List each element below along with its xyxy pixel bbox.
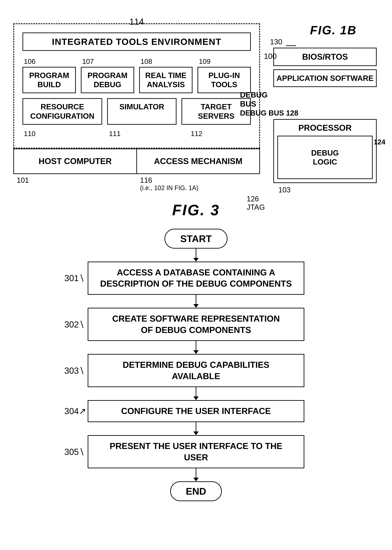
- ref-116: 116: [140, 176, 260, 184]
- ref-116-group: 116 (i.e., 102 IN FIG. 1A): [137, 176, 260, 191]
- fig3-diagram: FIG. 3 START 301∖ ACCESS A DATABASE CONT…: [13, 202, 379, 501]
- end-terminal: END: [170, 481, 222, 501]
- bottom-refs: 101 116 (i.e., 102 IN FIG. 1A): [13, 176, 260, 191]
- step302-box: CREATE SOFTWARE REPRESENTATION OF DEBUG …: [88, 308, 304, 341]
- fig1b-title: FIG. 1B: [310, 23, 357, 37]
- right-section: 130 ⎯⎯ BIOS/RTOS APPLICATION SOFTWARE DE…: [273, 37, 377, 212]
- step303-row: 303∖ DETERMINE DEBUG CAPABILITIES AVAILA…: [88, 354, 304, 387]
- arrow-4: [196, 387, 196, 397]
- ref-130: 130 ⎯⎯: [270, 37, 377, 46]
- resource-config-box: RESOURCE CONFIGURATION: [22, 98, 102, 125]
- ref-114: 114: [129, 17, 144, 27]
- ite-box: 114 INTEGRATED TOOLS ENVIRONMENT 106 107…: [13, 23, 260, 148]
- ref-108: 108: [139, 57, 193, 65]
- ref-301: 301∖: [64, 273, 84, 283]
- host-computer-box: HOST COMPUTER: [14, 149, 137, 173]
- ref-109: 109: [197, 57, 251, 65]
- step303-box: DETERMINE DEBUG CAPABILITIES AVAILABLE: [88, 354, 304, 387]
- ref-111: 111: [89, 130, 169, 138]
- real-time-box: REAL TIME ANALYSIS: [139, 67, 193, 93]
- debug-bus-label: DEBUGBUS DEBUG BUS 128: [240, 90, 377, 117]
- step304-box: CONFIGURE THE USER INTERFACE: [88, 400, 304, 422]
- debug-logic-box: DEBUG LOGIC 124: [277, 136, 373, 179]
- ref-110: 110: [22, 130, 84, 138]
- ref-124: 124: [374, 138, 385, 146]
- ref-107: 107: [81, 57, 134, 65]
- row2-refs: 110 111 112: [22, 130, 251, 138]
- step301-row: 301∖ ACCESS A DATABASE CONTAINING A DESC…: [88, 261, 304, 295]
- program-build-box: PROGRAM BUILD: [22, 67, 76, 93]
- arrow-2: [196, 295, 196, 305]
- step304-row: 304↗ CONFIGURE THE USER INTERFACE: [88, 400, 304, 422]
- ite-row1: PROGRAM BUILD PROGRAM DEBUG REAL TIME AN…: [22, 67, 251, 93]
- arrow-5: [196, 422, 196, 432]
- row1-refs: 106 107 108 109: [22, 57, 251, 65]
- access-note: (i.e., 102 IN FIG. 1A): [140, 184, 260, 191]
- ref-101: 101: [13, 176, 137, 191]
- bottom-row: HOST COMPUTER ACCESS MECHANISM: [13, 148, 260, 174]
- step305-box: PRESENT THE USER INTERFACE TO THE USER: [88, 435, 304, 468]
- step305-row: 305∖ PRESENT THE USER INTERFACE TO THE U…: [88, 435, 304, 468]
- start-terminal: START: [165, 229, 227, 249]
- ite-title-box: INTEGRATED TOOLS ENVIRONMENT: [22, 33, 251, 51]
- arrow-1: [196, 249, 196, 259]
- processor-label: PROCESSOR: [277, 123, 373, 133]
- ref-304: 304↗: [64, 406, 86, 416]
- ref-303: 303∖: [64, 366, 84, 376]
- ite-row2: RESOURCE CONFIGURATION SIMULATOR TARGET …: [22, 98, 251, 125]
- arrow-6: [196, 468, 196, 478]
- processor-box: PROCESSOR DEBUG LOGIC 124: [273, 119, 377, 183]
- fig1b-diagram: FIG. 1B 100 114 INTEGRATED TOOLS ENVIRON…: [13, 23, 377, 191]
- ref-305: 305∖: [64, 447, 84, 457]
- flowchart: START 301∖ ACCESS A DATABASE CONTAINING …: [88, 229, 304, 501]
- ref-103: 103: [278, 186, 377, 194]
- app-software-box: APPLICATION SOFTWARE: [273, 69, 377, 87]
- step301-box: ACCESS A DATABASE CONTAINING A DESCRIPTI…: [88, 261, 304, 295]
- access-mechanism-box: ACCESS MECHANISM: [137, 149, 259, 173]
- bios-rtos-box: BIOS/RTOS: [273, 48, 377, 66]
- ref-106: 106: [22, 57, 76, 65]
- fig3-title: FIG. 3: [172, 202, 220, 219]
- plugin-tools-box: PLUG-IN TOOLS: [197, 67, 251, 93]
- ref-302: 302∖: [64, 319, 84, 329]
- step302-row: 302∖ CREATE SOFTWARE REPRESENTATION OF D…: [88, 308, 304, 341]
- program-debug-box: PROGRAM DEBUG: [81, 67, 134, 93]
- simulator-box: SIMULATOR: [107, 98, 176, 125]
- ref-112: 112: [174, 130, 251, 138]
- arrow-3: [196, 341, 196, 351]
